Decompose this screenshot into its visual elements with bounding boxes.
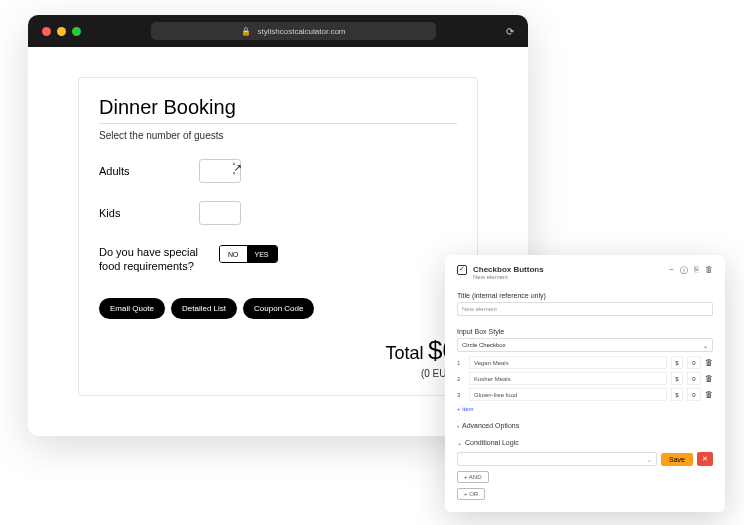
option-index: 2	[457, 376, 465, 382]
traffic-lights	[42, 27, 81, 36]
copy-icon[interactable]: ⎘	[694, 265, 699, 276]
chevron-down-icon: ⌄	[457, 439, 462, 446]
add-and-button[interactable]: + AND	[457, 471, 489, 483]
option-value-input[interactable]: 0	[687, 388, 701, 401]
option-name-input[interactable]: Kosher Meals	[469, 372, 667, 385]
chevron-down-icon: ⌄	[703, 342, 708, 349]
form-subtitle: Select the number of guests	[99, 123, 457, 141]
panel-header: Checkbox Buttons New element − ⓘ ⎘ 🗑	[457, 265, 713, 280]
form-card: Dinner Booking Select the number of gues…	[78, 77, 478, 396]
collapse-icon[interactable]: −	[669, 265, 674, 276]
kids-input[interactable]	[199, 201, 241, 225]
option-currency[interactable]: $	[671, 356, 683, 369]
add-item-button[interactable]: + item	[457, 406, 713, 412]
total-sub: (0 EUR)	[99, 368, 457, 379]
kids-label: Kids	[99, 207, 199, 219]
style-label: Input Box Style	[457, 328, 713, 335]
logic-select[interactable]: ⌄	[457, 452, 657, 466]
chevron-right-icon: ›	[457, 423, 459, 429]
option-name-input[interactable]: Gluten-free food	[469, 388, 667, 401]
action-row: Email Quote Detailed List Coupon Code	[99, 298, 457, 319]
toggle-no[interactable]: NO	[220, 246, 247, 262]
option-currency[interactable]: $	[671, 372, 683, 385]
conditional-logic-toggle[interactable]: ⌄ Conditional Logic	[457, 439, 713, 446]
trash-icon[interactable]: 🗑	[705, 374, 713, 383]
spinner-icon[interactable]: ▲▼	[229, 161, 239, 181]
detailed-list-button[interactable]: Detailed List	[171, 298, 237, 319]
special-row: Do you have special food requirements? N…	[99, 245, 457, 274]
adults-row: Adults ▲▼	[99, 159, 457, 183]
url-bar[interactable]: 🔒 stylishcostcalculator.com	[151, 22, 436, 40]
trash-icon[interactable]: 🗑	[705, 358, 713, 367]
title-input[interactable]: New element	[457, 302, 713, 316]
total-row: Total $0 (0 EUR)	[99, 335, 457, 379]
yes-no-toggle[interactable]: NO YES	[219, 245, 278, 263]
panel-title: Checkbox Buttons	[473, 265, 544, 274]
logic-row: ⌄ Save ✕	[457, 452, 713, 466]
option-index: 1	[457, 360, 465, 366]
title-field-label: Title (internal reference only)	[457, 292, 713, 299]
checkbox-icon	[457, 265, 467, 275]
advanced-options-toggle[interactable]: › Advanced Options	[457, 422, 713, 429]
panel-subtitle: New element	[473, 274, 544, 280]
option-row: 1 Vegan Meals $ 0 🗑	[457, 356, 713, 369]
conditional-label: Conditional Logic	[465, 439, 519, 446]
special-label: Do you have special food requirements?	[99, 245, 219, 274]
refresh-icon[interactable]: ⟳	[506, 26, 514, 37]
option-value-input[interactable]: 0	[687, 356, 701, 369]
coupon-code-button[interactable]: Coupon Code	[243, 298, 314, 319]
email-quote-button[interactable]: Email Quote	[99, 298, 165, 319]
url-text: stylishcostcalculator.com	[257, 27, 345, 36]
style-value: Circle Checkbox	[462, 342, 506, 348]
save-button[interactable]: Save	[661, 453, 693, 466]
editor-panel: Checkbox Buttons New element − ⓘ ⎘ 🗑 Tit…	[445, 255, 725, 512]
option-name-input[interactable]: Vegan Meals	[469, 356, 667, 369]
remove-button[interactable]: ✕	[697, 452, 713, 466]
options-table: 1 Vegan Meals $ 0 🗑 2 Kosher Meals $ 0 🗑…	[457, 356, 713, 401]
info-icon[interactable]: ⓘ	[680, 265, 688, 276]
kids-row: Kids	[99, 201, 457, 225]
form-title: Dinner Booking	[99, 96, 457, 119]
option-index: 3	[457, 392, 465, 398]
maximize-icon[interactable]	[72, 27, 81, 36]
adults-input[interactable]: ▲▼	[199, 159, 241, 183]
delete-icon[interactable]: 🗑	[705, 265, 713, 276]
option-currency[interactable]: $	[671, 388, 683, 401]
total-label: Total	[386, 343, 424, 363]
advanced-label: Advanced Options	[462, 422, 519, 429]
minimize-icon[interactable]	[57, 27, 66, 36]
option-row: 3 Gluten-free food $ 0 🗑	[457, 388, 713, 401]
option-row: 2 Kosher Meals $ 0 🗑	[457, 372, 713, 385]
adults-label: Adults	[99, 165, 199, 177]
lock-icon: 🔒	[241, 27, 251, 36]
panel-tools: − ⓘ ⎘ 🗑	[669, 265, 713, 276]
browser-bar: 🔒 stylishcostcalculator.com ⟳	[28, 15, 528, 47]
option-value-input[interactable]: 0	[687, 372, 701, 385]
toggle-yes[interactable]: YES	[247, 246, 277, 262]
trash-icon[interactable]: 🗑	[705, 390, 713, 399]
close-icon[interactable]	[42, 27, 51, 36]
style-select[interactable]: Circle Checkbox ⌄	[457, 338, 713, 352]
add-or-button[interactable]: + OR	[457, 488, 485, 500]
